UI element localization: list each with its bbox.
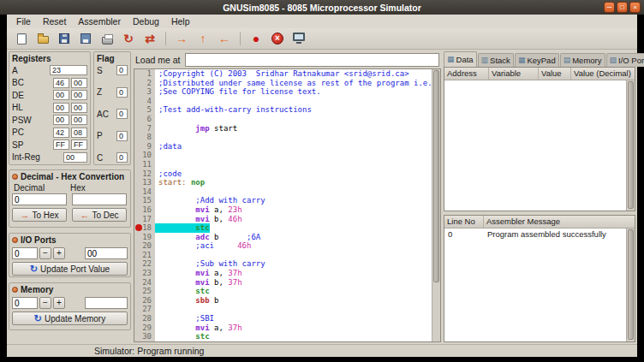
code-line[interactable]: 9;data	[134, 142, 432, 151]
code-line[interactable]: 8	[134, 133, 432, 142]
register-value[interactable]: 00	[53, 90, 69, 100]
line-number[interactable]: 21	[134, 251, 155, 260]
code-line[interactable]: 16 mvi a, 23h	[134, 205, 432, 215]
column-header[interactable]: Assembler Message	[484, 216, 635, 228]
memory-address-input[interactable]	[12, 297, 38, 309]
register-value[interactable]: 00	[71, 90, 87, 100]
flag-value[interactable]: 0	[116, 87, 128, 98]
code-line[interactable]: 11	[134, 160, 432, 169]
tab-data[interactable]: ▦Data	[444, 51, 477, 67]
register-value[interactable]: 08	[71, 128, 87, 138]
code-line[interactable]: 14	[134, 187, 432, 197]
code-line[interactable]: 24 mvi b, 37h	[134, 278, 432, 288]
line-number[interactable]: 19	[134, 233, 155, 242]
line-number[interactable]: 11	[134, 160, 155, 169]
register-value[interactable]: 46	[53, 78, 69, 88]
menu-file[interactable]: File	[10, 16, 37, 27]
assembler-message-row[interactable]: 0Program assembled successfully	[444, 228, 635, 240]
memory-value-input[interactable]	[85, 297, 128, 309]
save-button[interactable]	[55, 30, 74, 48]
line-number[interactable]: 7	[134, 124, 155, 134]
memory-decrement-button[interactable]: −	[39, 297, 51, 309]
code-line[interactable]: 30 stc	[134, 332, 432, 341]
line-number[interactable]: 4	[134, 97, 155, 106]
line-number[interactable]: 14	[134, 187, 155, 197]
back-button[interactable]: ←	[215, 30, 234, 48]
io-port-number-input[interactable]	[12, 247, 38, 259]
column-header[interactable]: Value (Decimal)	[571, 68, 635, 80]
code-line[interactable]: 2;Distributed under same license as rest…	[134, 79, 432, 88]
line-number[interactable]: 8	[134, 133, 155, 142]
menu-help[interactable]: Help	[165, 16, 196, 27]
line-number[interactable]: 25	[134, 287, 155, 296]
keypad-button[interactable]	[289, 30, 308, 48]
tab-memory[interactable]: ▤Memory	[560, 53, 605, 67]
titlebar[interactable]: GNUSim8085 - 8085 Microprocessor Simulat…	[0, 0, 644, 15]
run-button[interactable]: →	[172, 30, 191, 48]
line-number[interactable]: 9	[134, 142, 155, 151]
expander-icon[interactable]	[12, 174, 18, 180]
code-line[interactable]: 10	[134, 151, 432, 160]
line-number[interactable]: 29	[134, 323, 155, 333]
register-value[interactable]: 00	[53, 103, 69, 113]
assemble-button[interactable]: ↻	[119, 30, 138, 48]
line-number[interactable]: 5	[134, 105, 155, 115]
line-number[interactable]: 15	[134, 196, 155, 205]
code-line[interactable]: 22 ;Sub with carry	[134, 259, 432, 269]
register-value[interactable]: 00	[53, 115, 69, 125]
register-value[interactable]: 00	[71, 78, 87, 88]
code-line[interactable]: 3;See COPYING file for license text.	[134, 87, 432, 97]
flag-value[interactable]: 0	[116, 109, 128, 119]
code-line[interactable]: 1;Copyright (C) 2003 Sridhar Ratnakumar …	[134, 69, 432, 79]
flag-value[interactable]: 0	[116, 65, 128, 75]
code-line[interactable]: 7 jmp start	[134, 124, 432, 134]
message-table-scrollbar[interactable]	[626, 228, 635, 341]
line-number[interactable]: 27	[134, 305, 155, 314]
code-line[interactable]: 27	[134, 305, 432, 314]
code-line[interactable]: 26 sbb b	[134, 296, 432, 306]
assembler-message-body[interactable]: 0Program assembled successfully	[444, 228, 635, 341]
decimal-input[interactable]	[12, 193, 67, 205]
code-line[interactable]: 5;Test add-with-carry instructions	[134, 105, 432, 115]
line-number[interactable]: 26	[134, 296, 155, 306]
scrollbar-thumb[interactable]	[628, 81, 634, 209]
code-line[interactable]: 18 stc	[134, 223, 432, 233]
io-port-value-input[interactable]	[85, 247, 128, 259]
tab-keypad[interactable]: ▦KeyPad	[515, 53, 559, 67]
code-line[interactable]: 17 mvi b, 46h	[134, 215, 432, 224]
to-dec-button[interactable]: ← To Dec	[72, 208, 127, 222]
code-line[interactable]: 12;code	[134, 169, 432, 179]
column-header[interactable]: Variable	[489, 68, 539, 80]
step-button[interactable]: ↑	[194, 30, 212, 48]
register-value[interactable]: FF	[53, 139, 69, 150]
register-value[interactable]: 23	[50, 65, 87, 75]
code-line[interactable]: 28 ;SBI	[134, 314, 432, 323]
line-number[interactable]: 17	[134, 215, 155, 224]
line-number[interactable]: 1	[134, 69, 155, 79]
register-value[interactable]: 00	[63, 152, 87, 163]
column-header[interactable]: Address	[444, 68, 489, 80]
code-line[interactable]: 19 adc b ;6A	[134, 233, 432, 242]
line-number[interactable]: 23	[134, 269, 155, 278]
editor-scrollbar[interactable]	[432, 69, 440, 341]
load-me-at-input[interactable]	[185, 53, 439, 67]
line-number[interactable]: 24	[134, 278, 155, 288]
data-table-scrollbar[interactable]	[626, 80, 635, 211]
to-hex-button[interactable]: → To Hex	[12, 208, 67, 222]
line-number[interactable]: 6	[134, 115, 155, 124]
register-value[interactable]: 00	[71, 115, 87, 125]
update-port-value-button[interactable]: ↻ Update Port Value	[12, 262, 128, 276]
menu-assembler[interactable]: Assembler	[72, 16, 127, 27]
io-port-increment-button[interactable]: +	[53, 247, 65, 259]
code-line[interactable]: 4	[134, 97, 432, 106]
io-port-decrement-button[interactable]: −	[39, 247, 51, 259]
line-number[interactable]: 22	[134, 259, 155, 269]
line-number[interactable]: 18	[134, 223, 155, 233]
register-value[interactable]: 42	[53, 128, 69, 138]
line-number[interactable]: 10	[134, 151, 155, 160]
line-number[interactable]: 28	[134, 314, 155, 323]
line-number[interactable]: 13	[134, 178, 155, 187]
hex-input[interactable]	[72, 193, 127, 205]
line-number[interactable]: 2	[134, 79, 155, 88]
save-as-button[interactable]	[76, 30, 95, 48]
